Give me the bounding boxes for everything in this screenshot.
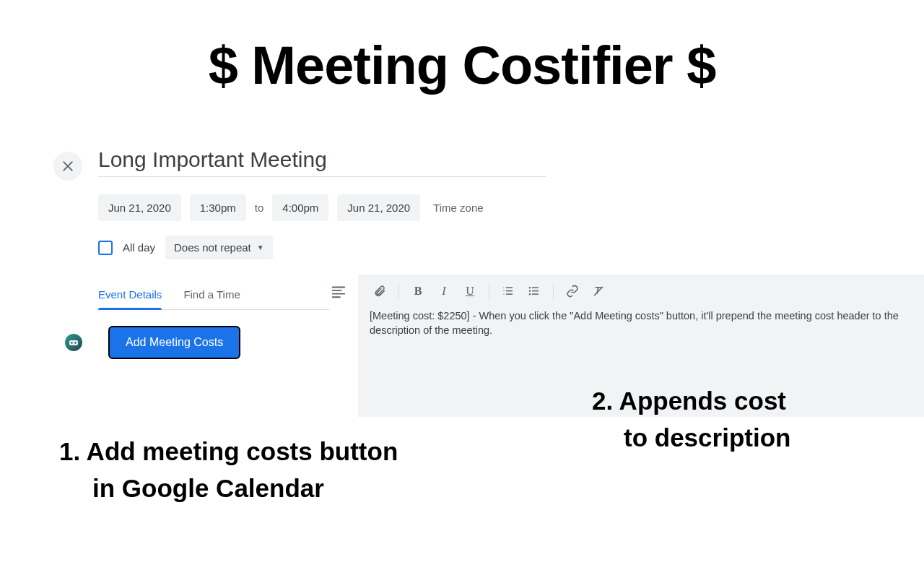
start-date-picker[interactable]: Jun 21, 2020 [98,194,181,221]
bulleted-list-icon [528,285,541,298]
close-button[interactable] [53,152,82,181]
recurrence-label: Does not repeat [174,241,251,254]
clear-format-icon [592,285,605,298]
close-icon [61,159,75,173]
svg-point-7 [71,342,72,343]
start-time-picker[interactable]: 1:30pm [190,194,246,221]
clear-formatting-button[interactable] [585,280,611,302]
svg-point-14 [529,293,531,295]
annotation-step-1-line-2: in Google Calendar [92,470,435,507]
svg-rect-6 [69,340,78,345]
underline-button[interactable]: U [457,280,483,302]
bulleted-list-button[interactable] [521,280,547,302]
timezone-button[interactable]: Time zone [433,202,483,214]
numbered-list-button[interactable] [495,280,521,302]
annotation-step-1-line-1: 1. Add meeting costs button [59,434,435,470]
numbered-list-icon [502,285,515,298]
all-day-row: All day Does not repeat ▼ [98,236,560,259]
description-toolbar: B I U [358,275,924,308]
toolbar-divider [553,283,554,299]
all-day-label[interactable]: All day [123,241,155,254]
description-indicator-icon [331,283,346,302]
bold-button[interactable]: B [405,280,431,302]
attach-file-button[interactable] [367,280,393,302]
description-text[interactable]: [Meeting cost: $2250] - When you click t… [358,308,924,337]
extension-avatar [65,334,82,351]
italic-button[interactable]: I [431,280,457,302]
svg-point-12 [529,287,531,288]
svg-point-8 [74,342,76,343]
link-icon [566,285,579,298]
annotation-step-1: 1. Add meeting costs button in Google Ca… [59,434,435,507]
toolbar-divider [489,283,489,299]
chevron-down-icon: ▼ [257,243,264,251]
tab-event-details[interactable]: Event Details [98,288,162,309]
event-tabs: Event Details Find a Time [98,288,329,310]
annotation-step-2-line-1: 2. Appends cost [592,383,895,420]
svg-point-13 [529,290,531,291]
event-title-input[interactable] [98,144,546,177]
annotation-step-2: 2. Appends cost to description [592,383,895,457]
attachment-icon [373,285,386,298]
toolbar-divider [398,283,399,299]
to-label: to [255,202,264,214]
promo-title: $ Meeting Costifier $ [0,35,924,96]
robot-icon [69,339,79,346]
recurrence-dropdown[interactable]: Does not repeat ▼ [165,236,273,259]
format-align-left-icon [331,283,346,299]
time-row: Jun 21, 2020 1:30pm to 4:00pm Jun 21, 20… [98,194,560,221]
end-date-picker[interactable]: Jun 21, 2020 [337,194,420,221]
tab-find-a-time[interactable]: Find a Time [183,288,240,309]
insert-link-button[interactable] [559,280,585,302]
all-day-checkbox[interactable] [98,241,113,255]
end-time-picker[interactable]: 4:00pm [272,194,328,221]
annotation-step-2-line-2: to description [624,420,895,457]
add-meeting-costs-button[interactable]: Add Meeting Costs [108,326,240,359]
